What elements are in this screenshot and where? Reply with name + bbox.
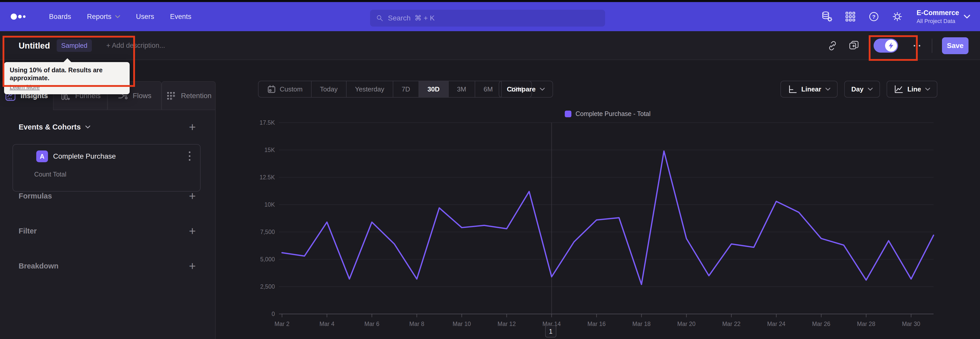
svg-text:10K: 10K (264, 201, 275, 208)
svg-text:Mar 30: Mar 30 (902, 321, 920, 327)
search-bar[interactable] (370, 10, 605, 27)
window-edge (0, 0, 980, 2)
svg-text:12.5K: 12.5K (259, 174, 275, 181)
mixpanel-logo-icon[interactable] (10, 11, 33, 22)
sampled-badge[interactable]: Sampled (57, 39, 92, 52)
report-toolbar: Untitled Sampled + Add description... Sa… (0, 31, 980, 60)
breakdown-section-label: Breakdown (19, 262, 59, 270)
svg-text:15K: 15K (264, 147, 275, 153)
svg-text:Mar 4: Mar 4 (320, 321, 334, 327)
svg-text:Mar 12: Mar 12 (498, 321, 516, 327)
chevron-down-icon (964, 14, 970, 19)
event-metric[interactable]: Count Total (34, 171, 66, 178)
search-input[interactable] (388, 14, 592, 22)
more-options-icon[interactable] (912, 41, 922, 51)
add-filter-button[interactable]: + (189, 225, 196, 237)
nav-item-events-label: Events (170, 13, 191, 21)
svg-text:5,000: 5,000 (260, 256, 275, 262)
nav-item-reports[interactable]: Reports (87, 13, 120, 21)
event-series-badge: A (36, 150, 48, 162)
formulas-section-label: Formulas (19, 192, 52, 200)
learn-more-link[interactable]: Learn More (10, 84, 40, 91)
save-button[interactable]: Save (942, 37, 969, 54)
retention-icon (165, 90, 177, 101)
mixpanel-insights-app: Boards Reports Users Events ? E-Commerce… (0, 0, 980, 339)
svg-text:Mar 10: Mar 10 (452, 321, 471, 327)
svg-text:Mar 2: Mar 2 (275, 321, 290, 327)
toggle-knob (885, 40, 897, 51)
help-icon[interactable]: ? (868, 11, 880, 22)
svg-text:Mar 16: Mar 16 (587, 321, 606, 327)
svg-text:?: ? (872, 14, 876, 20)
svg-text:Mar 8: Mar 8 (409, 321, 425, 327)
tab-flows-label: Flows (133, 92, 151, 100)
svg-text:Mar 26: Mar 26 (812, 321, 830, 327)
svg-text:Mar 28: Mar 28 (857, 321, 875, 327)
project-name: E-Commerce (916, 9, 959, 17)
svg-text:Mar 18: Mar 18 (632, 321, 651, 327)
events-cohorts-header[interactable]: Events & Cohorts (19, 123, 90, 131)
svg-text:17.5K: 17.5K (259, 119, 275, 126)
chevron-down-icon (115, 15, 120, 18)
pagination-page-button[interactable]: 1 (545, 325, 556, 337)
svg-text:Mar 22: Mar 22 (722, 321, 741, 327)
report-title[interactable]: Untitled (19, 41, 50, 51)
add-description-button[interactable]: + Add description... (106, 42, 165, 50)
svg-text:7,500: 7,500 (260, 229, 275, 235)
project-scope: All Project Data (916, 18, 959, 24)
svg-text:Mar 6: Mar 6 (364, 321, 380, 327)
add-breakdown-button[interactable]: + (189, 260, 196, 272)
data-management-icon[interactable] (821, 11, 833, 22)
query-builder-panel: Events & Cohorts + A Complete Purchase C… (0, 110, 216, 339)
nav-item-boards[interactable]: Boards (49, 13, 71, 21)
svg-text:Mar 20: Mar 20 (677, 321, 696, 327)
nav-item-boards-label: Boards (49, 13, 71, 21)
svg-text:Mar 24: Mar 24 (767, 321, 786, 327)
top-nav: Boards Reports Users Events ? E-Commerce… (0, 2, 980, 31)
add-formula-button[interactable]: + (189, 190, 196, 202)
sampling-toggle[interactable] (873, 38, 898, 53)
nav-item-events[interactable]: Events (170, 13, 191, 21)
add-to-board-icon[interactable] (848, 40, 860, 51)
toolbar-divider (932, 38, 932, 53)
chevron-down-icon (85, 125, 90, 129)
nav-item-users-label: Users (136, 13, 154, 21)
svg-text:0: 0 (272, 311, 275, 317)
event-kebab-menu-icon[interactable] (188, 150, 191, 162)
sampling-tooltip: Using 10% of data. Results are approxima… (4, 62, 130, 94)
filter-section-label: Filter (19, 227, 37, 235)
event-card[interactable]: A Complete Purchase Count Total (13, 144, 200, 192)
tab-retention[interactable]: Retention (162, 81, 216, 110)
chart-panel: Custom Today Yesterday 7D 30D 3M 6M 12M … (216, 60, 980, 339)
svg-text:2,500: 2,500 (260, 283, 275, 290)
apps-grid-icon[interactable] (845, 11, 856, 22)
nav-item-users[interactable]: Users (136, 13, 154, 21)
search-icon (375, 14, 384, 22)
settings-gear-icon[interactable] (891, 11, 903, 22)
add-event-button[interactable]: + (189, 121, 196, 133)
lightning-bolt-icon (888, 42, 895, 49)
project-selector[interactable]: E-Commerce All Project Data (916, 9, 970, 24)
copy-link-icon[interactable] (827, 40, 838, 51)
tab-retention-label: Retention (181, 92, 212, 100)
events-cohorts-label: Events & Cohorts (19, 123, 81, 131)
line-chart[interactable]: 02,5005,0007,50010K12.5K15K17.5KMar 2Mar… (216, 60, 980, 339)
tooltip-message: Using 10% of data. Results are approxima… (10, 66, 124, 82)
nav-item-reports-label: Reports (87, 13, 111, 21)
event-name[interactable]: Complete Purchase (53, 152, 116, 160)
